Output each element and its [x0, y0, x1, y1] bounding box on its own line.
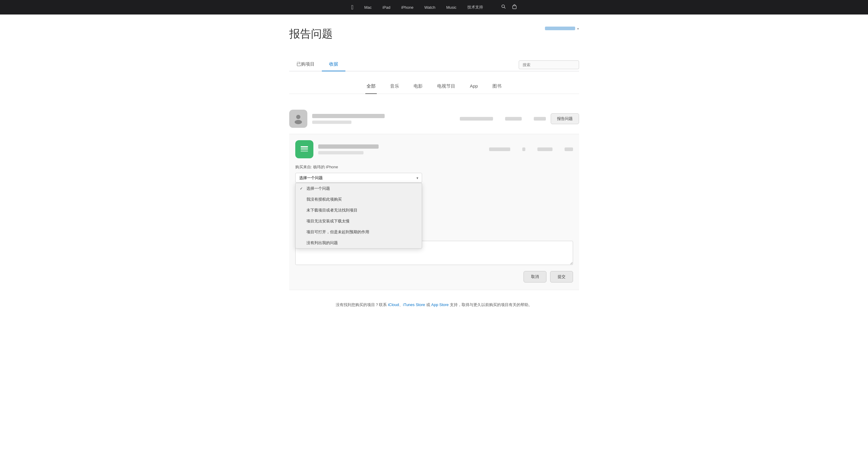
table-row [289, 134, 579, 158]
tabs-and-search: 已购项目 收据 [289, 58, 579, 71]
category-tabs: 全部 音乐 电影 电视节目 App 图书 [289, 81, 579, 94]
meta-blur-7 [565, 147, 573, 151]
nav-item-ipad[interactable]: iPad [382, 5, 391, 10]
dropdown-menu: ✓ 选择一个问题 我没有授权此项购买 未下载项目或者无法找到项目 [295, 183, 422, 249]
cat-tab-movie[interactable]: 电影 [412, 81, 424, 94]
table-row: 报告问题 [289, 104, 579, 134]
icloud-link[interactable]: iCloud [388, 303, 399, 307]
svg-rect-2 [513, 6, 516, 9]
option-label-2: 未下载项目或者无法找到项目 [306, 207, 358, 213]
item-name-blurred-2 [318, 144, 379, 149]
dropdown-container: 选择一个问题我没有授权此项购买未下载项目或者无法找到项目项目无法安装或下载太慢项… [295, 173, 422, 183]
nav-icons [501, 4, 517, 10]
cancel-button[interactable]: 取消 [524, 271, 547, 283]
submit-button[interactable]: 提交 [550, 271, 573, 283]
item-sub-blurred [312, 120, 351, 124]
tab-receipt[interactable]: 收据 [322, 58, 345, 71]
dropdown-option-2[interactable]: 未下载项目或者无法找到项目 [296, 205, 422, 216]
dropdown-option-1[interactable]: 我没有授权此项购买 [296, 194, 422, 205]
option-label-3: 项目无法安装或下载太慢 [306, 219, 350, 224]
meta-blur-2 [505, 117, 522, 120]
user-name-blurred [545, 27, 575, 30]
nav-bar:  Mac iPad iPhone Watch Music 技术支持 [0, 0, 868, 15]
items-list: 报告问题 [289, 104, 579, 290]
cat-tab-app[interactable]: App [469, 81, 479, 94]
cat-tab-all[interactable]: 全部 [365, 81, 377, 94]
cat-tab-tv[interactable]: 电视节目 [436, 81, 457, 94]
option-label-0: 选择一个问题 [306, 186, 330, 191]
meta-blur-6 [537, 147, 553, 151]
dropdown-option-3[interactable]: 项目无法安装或下载太慢 [296, 216, 422, 227]
nav-item-iphone[interactable]: iPhone [401, 5, 413, 10]
search-input[interactable] [519, 60, 579, 69]
search-icon[interactable] [501, 4, 506, 10]
svg-line-1 [504, 7, 505, 8]
page-container: 报告问题 ● 已购项目 收据 全部 音乐 电影 电视节目 App 图书 [283, 15, 585, 332]
item-name-blurred [312, 114, 385, 118]
report-problem-button[interactable]: 报告问题 [551, 113, 579, 124]
svg-rect-8 [301, 150, 308, 152]
dropdown-option-4[interactable]: 项目可打开，但是未起到预期的作用 [296, 227, 422, 237]
action-buttons: 取消 提交 [295, 271, 573, 283]
footer-text-or: 或 [425, 303, 431, 307]
meta-blur-1 [460, 117, 493, 120]
checkmark-icon: ✓ [300, 187, 304, 191]
svg-rect-6 [301, 146, 308, 147]
problem-select[interactable]: 选择一个问题我没有授权此项购买未下载项目或者无法找到项目项目无法安装或下载太慢项… [295, 173, 422, 183]
expanded-item-row: 购买来自: 杨玮的 iPhone 选择一个问题我没有授权此项购买未下载项目或者无… [289, 134, 579, 290]
main-tabs: 已购项目 收据 [289, 58, 345, 71]
bag-icon[interactable] [512, 4, 517, 10]
page-title: 报告问题 [289, 27, 333, 41]
footer-text-after: 支持，取得与更久以前购买的项目有关的帮助。 [448, 303, 532, 307]
svg-point-4 [294, 120, 302, 124]
appstore-link[interactable]: App Store [431, 303, 448, 307]
nav-item-support[interactable]: 技术支持 [467, 4, 483, 10]
option-label-4: 项目可打开，但是未起到预期的作用 [306, 229, 369, 235]
footer-text-before: 没有找到您购买的项目？联系 [336, 303, 388, 307]
meta-blur-3 [534, 117, 546, 120]
expanded-area: 购买来自: 杨玮的 iPhone 选择一个问题我没有授权此项购买未下载项目或者无… [289, 158, 579, 290]
item-meta [460, 117, 546, 120]
item-meta-2 [489, 147, 573, 151]
cat-tab-music[interactable]: 音乐 [389, 81, 400, 94]
item-icon-green [295, 140, 313, 158]
cat-tab-books[interactable]: 图书 [491, 81, 503, 94]
dropdown-option-5[interactable]: 没有列出我的问题 [296, 237, 422, 248]
option-label-5: 没有列出我的问题 [306, 240, 338, 246]
svg-point-0 [502, 5, 504, 7]
tab-purchased[interactable]: 已购项目 [289, 58, 322, 71]
meta-blur-4 [489, 147, 510, 151]
footer-note: 没有找到您购买的项目？联系 iCloud、iTunes Store 或 App … [289, 302, 579, 308]
footer-separator1: 、 [399, 303, 403, 307]
purchased-from-label: 购买来自: 杨玮的 iPhone [295, 164, 573, 170]
itunes-link[interactable]: iTunes Store [403, 303, 425, 307]
item-sub-blurred-2 [318, 151, 364, 154]
svg-point-3 [296, 115, 301, 119]
item-info [312, 114, 455, 124]
svg-rect-7 [301, 148, 308, 149]
user-area: ● [545, 27, 579, 30]
apple-logo-icon[interactable]:  [351, 4, 353, 11]
item-icon [289, 110, 307, 128]
item-info-2 [318, 144, 484, 154]
option-label-1: 我没有授权此项购买 [306, 197, 342, 202]
nav-item-watch[interactable]: Watch [425, 5, 435, 10]
user-dot: ● [577, 27, 579, 30]
dropdown-option-selected[interactable]: ✓ 选择一个问题 [296, 183, 422, 194]
nav-item-mac[interactable]: Mac [364, 5, 372, 10]
nav-item-music[interactable]: Music [446, 5, 457, 10]
meta-blur-5 [522, 147, 525, 151]
